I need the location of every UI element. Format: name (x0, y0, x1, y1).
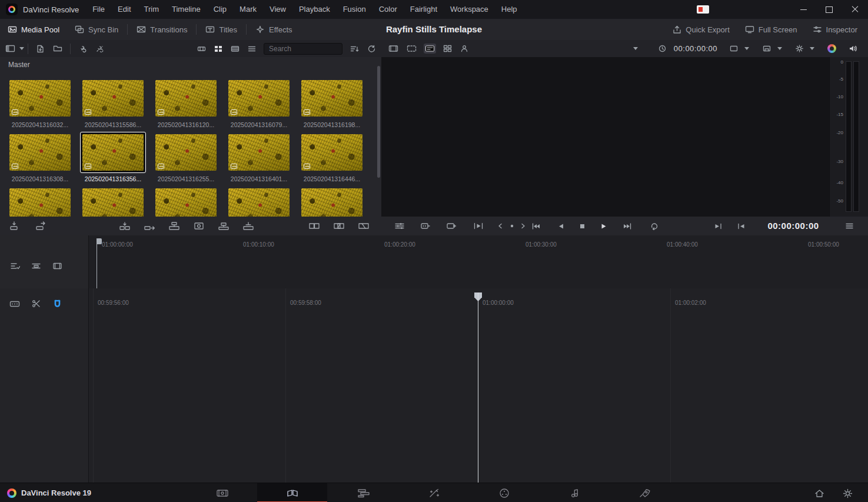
clip-thumbnail[interactable] (82, 188, 144, 217)
menu-clip[interactable]: Clip (207, 0, 233, 19)
media-clip[interactable]: 202502041316198... (298, 78, 366, 132)
close-button[interactable] (842, 0, 868, 19)
inspector-button[interactable]: Inspector (805, 19, 868, 40)
menu-help[interactable]: Help (495, 0, 524, 19)
bin-list-toggle-icon[interactable] (5, 45, 15, 52)
insert-clip-button[interactable] (8, 219, 22, 233)
menu-mark[interactable]: Mark (233, 0, 263, 19)
smooth-cut-button[interactable] (357, 219, 371, 233)
menu-workspace[interactable]: Workspace (444, 0, 495, 19)
color-wheel-icon[interactable] (827, 44, 836, 53)
filmstrip-view-icon[interactable] (231, 45, 240, 52)
page-tab-cut[interactable] (257, 483, 327, 502)
media-clip[interactable]: 202502041316079... (225, 78, 293, 132)
titles-button[interactable]: Titles (198, 19, 245, 40)
import-folder-icon[interactable] (53, 45, 62, 52)
poi-add-button[interactable] (444, 219, 458, 233)
sort-icon[interactable] (350, 45, 359, 52)
clip-thumbnail[interactable] (9, 134, 71, 171)
menu-fairlight[interactable]: Fairlight (404, 0, 444, 19)
play-around-button[interactable] (471, 219, 485, 233)
import-media-icon[interactable] (36, 45, 45, 53)
media-clip[interactable]: 202502041316446... (298, 132, 366, 186)
snapping-button[interactable] (50, 297, 64, 311)
refresh-icon[interactable] (367, 45, 375, 52)
clip-thumbnail[interactable] (9, 188, 71, 217)
timecode-tool-icon[interactable] (8, 297, 22, 311)
page-tab-color[interactable] (469, 483, 539, 502)
upper-playhead[interactable] (97, 238, 97, 288)
timeline-sort-icon[interactable] (8, 259, 22, 273)
clip-thumbnail[interactable] (228, 134, 290, 171)
timeline-options-menu-icon[interactable] (842, 219, 856, 233)
full-screen-button[interactable]: Full Screen (737, 19, 805, 40)
clip-thumbnail[interactable] (155, 134, 217, 171)
speaker-icon[interactable] (849, 45, 857, 52)
go-to-start-button[interactable] (529, 219, 543, 233)
media-clip[interactable]: 202502041315586... (79, 78, 147, 132)
cut-transition-button[interactable] (307, 219, 321, 233)
multi-view-icon[interactable] (443, 45, 452, 52)
clip-thumbnail[interactable] (155, 188, 217, 217)
viewer-options-chevron-icon[interactable] (633, 47, 638, 50)
strip-view-icon[interactable] (197, 45, 206, 52)
lower-playhead[interactable] (478, 292, 478, 483)
loop-button[interactable] (647, 219, 661, 233)
clip-thumbnail[interactable] (301, 188, 363, 217)
jump-to-previous-edit-button[interactable] (734, 219, 748, 233)
transport-timecode[interactable]: 00:00:00:00 (761, 217, 826, 235)
unlink-media-icon[interactable] (95, 45, 104, 53)
clip-thumbnail[interactable] (82, 80, 144, 117)
film-view-icon[interactable] (50, 259, 64, 273)
clip-thumbnail[interactable] (301, 80, 363, 117)
upper-playhead-flag[interactable] (97, 238, 102, 244)
media-clip[interactable]: 202502041316401... (225, 132, 293, 186)
transitions-button[interactable]: Transitions (129, 19, 195, 40)
append-button[interactable] (142, 219, 157, 233)
upper-timeline[interactable]: 01:00:00:00 01:00:10:00 01:00:20:00 01:0… (0, 235, 868, 290)
track-options-icon[interactable] (29, 259, 43, 273)
menu-edit[interactable]: Edit (111, 0, 137, 19)
relink-media-icon[interactable] (78, 45, 87, 53)
clip-thumbnail[interactable] (228, 188, 290, 217)
page-tab-edit[interactable] (328, 483, 398, 502)
place-on-top-button[interactable] (217, 219, 231, 233)
menu-playback[interactable]: Playback (292, 0, 337, 19)
jump-to-next-edit-button[interactable] (711, 219, 725, 233)
display-dropdown[interactable] (791, 45, 814, 52)
menu-view[interactable]: View (263, 0, 292, 19)
go-to-end-button[interactable] (620, 219, 634, 233)
project-home-button[interactable] (813, 487, 826, 500)
media-clip[interactable] (152, 186, 220, 217)
quick-export-button[interactable]: Quick Export (665, 19, 737, 40)
smart-insert-button[interactable] (118, 219, 132, 233)
clip-thumbnail[interactable] (155, 80, 217, 117)
media-clip[interactable] (298, 186, 366, 217)
overlay-dropdown[interactable] (759, 45, 782, 52)
menu-color[interactable]: Color (373, 0, 404, 19)
clip-thumbnail[interactable] (301, 134, 363, 171)
page-tab-fusion[interactable] (399, 483, 469, 502)
viewer-timecode[interactable]: 00:00:00:00 (674, 44, 717, 53)
viewer-screen[interactable] (381, 57, 830, 217)
menu-file[interactable]: File (86, 0, 111, 19)
lower-timeline[interactable]: 00:59:56:00 00:59:58:00 01:00:00:00 01:0… (0, 288, 868, 483)
play-button[interactable] (597, 219, 611, 233)
maximize-button[interactable] (816, 0, 842, 19)
clip-thumbnail[interactable] (82, 134, 144, 171)
close-up-button[interactable] (192, 219, 206, 233)
clip-thumbnail[interactable] (228, 80, 290, 117)
dissolve-transition-button[interactable] (332, 219, 346, 233)
thumbnail-view-icon[interactable] (214, 45, 222, 52)
media-clip[interactable]: 202502041316032... (6, 78, 74, 132)
settings-gear-button[interactable] (841, 487, 854, 500)
stop-button[interactable] (575, 219, 589, 233)
effects-button[interactable]: Effects (248, 19, 300, 40)
media-pool-button[interactable]: Media Pool (0, 19, 67, 40)
upper-ruler[interactable]: 01:00:00:00 01:00:10:00 01:00:20:00 01:0… (88, 235, 868, 251)
ripple-overwrite-button[interactable] (167, 219, 181, 233)
page-tab-media[interactable] (187, 483, 257, 502)
poi-marker-button[interactable] (418, 219, 433, 233)
step-forward-button[interactable] (516, 219, 530, 233)
menu-timeline[interactable]: Timeline (165, 0, 207, 19)
